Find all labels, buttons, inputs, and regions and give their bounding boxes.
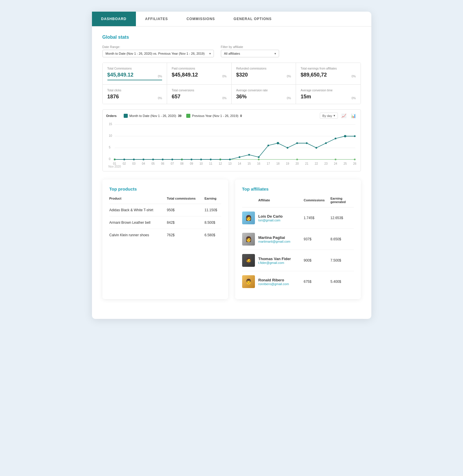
chart-section: Orders Month to Date (Nov 1 - 26, 2020) … bbox=[102, 109, 361, 171]
x-label-12: 12 bbox=[219, 162, 222, 165]
x-label-06: 06 bbox=[161, 162, 164, 165]
affiliate-earning: 5.400$ bbox=[331, 280, 354, 284]
top-products-panel: Top products Product Total commissions E… bbox=[102, 180, 228, 299]
col-affiliate: Affiliate bbox=[258, 198, 300, 202]
affiliate-email[interactable]: t.fider@gmail.com bbox=[258, 261, 300, 264]
date-range-select-wrapper[interactable]: Month to Date (Nov 1 - 26, 2020) vs. Pre… bbox=[102, 50, 214, 57]
prev-point-8 bbox=[181, 159, 183, 160]
affiliates-list: 👩 Lois De Carlo lori@gmail.com 1.745$ 12… bbox=[242, 207, 354, 292]
affiliate-earning: 8.650$ bbox=[331, 237, 354, 241]
data-point-6 bbox=[162, 159, 164, 160]
top-products-title: Top products bbox=[109, 187, 221, 191]
tab-affiliates[interactable]: AFFILIATES bbox=[136, 12, 177, 26]
table-row: Calvin Klein runner shoes 762$ 6.580$ bbox=[109, 229, 221, 241]
product-name: Adidas Black & White T-shirt bbox=[109, 204, 167, 216]
top-affiliates-panel: Top affiliates Affiliate Commissions Ear… bbox=[235, 180, 361, 299]
avatar: 👨 bbox=[242, 275, 255, 288]
product-earning: 6.580$ bbox=[205, 229, 221, 241]
x-label-22: 22 bbox=[315, 162, 318, 165]
prev-point-1 bbox=[114, 159, 116, 160]
legend-blue-checkbox bbox=[124, 114, 128, 118]
x-label-25: 25 bbox=[343, 162, 347, 165]
legend-current-label: Month to Date (Nov 1 - 26, 2020) bbox=[130, 114, 176, 118]
by-day-button[interactable]: By day ▾ bbox=[320, 113, 338, 119]
tab-general-options[interactable]: GENERAL OPTIONS bbox=[224, 12, 281, 26]
data-point-9 bbox=[191, 159, 192, 160]
bar-chart-icon-button[interactable]: 📊 bbox=[350, 113, 357, 119]
x-label-08: 08 bbox=[180, 162, 184, 165]
date-range-select[interactable]: Month to Date (Nov 1 - 26, 2020) vs. Pre… bbox=[102, 50, 214, 57]
main-content: Global stats Date Range: Month to Date (… bbox=[92, 26, 371, 307]
tab-dashboard[interactable]: DASHBOARD bbox=[92, 12, 136, 26]
x-label-23: 23 bbox=[324, 162, 328, 165]
affiliate-email[interactable]: lori@gmail.com bbox=[258, 219, 300, 222]
chart-svg-container: 15 10 5 0 bbox=[103, 121, 361, 171]
affiliate-select[interactable]: All affiliates bbox=[221, 50, 279, 57]
data-point-10 bbox=[200, 159, 202, 160]
affiliate-commissions: 1.745$ bbox=[304, 216, 327, 220]
data-point-7 bbox=[171, 159, 173, 160]
y-label-0: 0 bbox=[109, 157, 111, 161]
data-point-2 bbox=[123, 159, 125, 160]
data-point-23 bbox=[325, 142, 327, 144]
tab-commissions[interactable]: COMMISSIONS bbox=[177, 12, 224, 26]
table-row: Armani Brown Leather bell 842$ 8.500$ bbox=[109, 216, 221, 229]
x-label-17: 17 bbox=[267, 162, 270, 165]
y-label-15: 15 bbox=[109, 122, 112, 126]
product-commissions: 842$ bbox=[167, 216, 204, 229]
orders-chart: 15 10 5 0 bbox=[106, 121, 357, 168]
stat-total-earnings: Total earnings from affiliates $89,650,7… bbox=[296, 63, 361, 85]
data-point-19 bbox=[287, 147, 288, 149]
affiliate-name: Ronald Ribero bbox=[258, 278, 300, 282]
x-label-03: 03 bbox=[132, 162, 136, 165]
affiliate-row: 👨 Ronald Ribero ronribero@gmail.com 675$… bbox=[242, 271, 354, 292]
chart-controls: By day ▾ 📈 📊 bbox=[320, 113, 357, 119]
stat-total-conversions: Total conversions 657 0% bbox=[167, 85, 232, 104]
data-point-18 bbox=[277, 142, 279, 144]
x-label-05: 05 bbox=[151, 162, 155, 165]
data-point-21 bbox=[306, 142, 308, 144]
x-label-09: 09 bbox=[190, 162, 193, 165]
x-label-07: 07 bbox=[171, 162, 174, 165]
x-label-21: 21 bbox=[305, 162, 308, 165]
x-label-16: 16 bbox=[257, 162, 260, 165]
x-label-13: 13 bbox=[228, 162, 232, 165]
affiliate-filter: Filter by affiliate All affiliates bbox=[221, 45, 279, 57]
orders-label: Orders bbox=[106, 114, 117, 118]
legend-current-count: 39 bbox=[178, 114, 181, 118]
prev-point-12 bbox=[219, 159, 221, 160]
line-chart-icon-button[interactable]: 📈 bbox=[340, 113, 347, 119]
x-label-15: 15 bbox=[247, 162, 251, 165]
x-label-10: 10 bbox=[199, 162, 203, 165]
product-earning: 11.150$ bbox=[205, 204, 221, 216]
stat-refunded-commissions: Refunded commissions $320 0% bbox=[232, 63, 296, 85]
stat-total-clicks: Total clicks 1876 0% bbox=[103, 85, 167, 104]
data-point-25 bbox=[344, 135, 346, 137]
data-point-16 bbox=[258, 156, 260, 158]
data-point-13 bbox=[229, 159, 231, 160]
y-label-10: 10 bbox=[109, 134, 112, 137]
products-table: Product Total commissions Earning Adidas… bbox=[109, 197, 221, 241]
data-point-20 bbox=[296, 142, 298, 144]
product-commissions: 950$ bbox=[167, 204, 204, 216]
global-stats-title: Global stats bbox=[102, 35, 361, 40]
x-label-04: 04 bbox=[142, 162, 145, 165]
affiliate-name: Thomas Van Fider bbox=[258, 257, 300, 261]
affiliate-filter-label: Filter by affiliate bbox=[221, 45, 279, 49]
affiliate-commissions: 937$ bbox=[304, 237, 327, 241]
affiliate-email[interactable]: martimarti@gmail.com bbox=[258, 240, 300, 243]
affiliate-earning: 7.500$ bbox=[331, 258, 354, 262]
affiliate-row: 👩 Martina Pagliai martimarti@gmail.com 9… bbox=[242, 229, 354, 250]
x-label-11: 11 bbox=[209, 162, 212, 165]
affiliate-email[interactable]: ronribero@gmail.com bbox=[258, 282, 300, 286]
tab-bar: DASHBOARD AFFILIATES COMMISSIONS GENERAL… bbox=[92, 12, 371, 26]
affiliate-select-wrapper[interactable]: All affiliates bbox=[221, 50, 279, 57]
affiliate-commissions: 675$ bbox=[304, 280, 327, 284]
prev-point-16 bbox=[258, 159, 260, 160]
affiliate-commissions: 900$ bbox=[304, 258, 327, 262]
col-total-commissions: Total commissions bbox=[167, 197, 204, 204]
legend-current: Month to Date (Nov 1 - 26, 2020) 39 bbox=[124, 114, 182, 118]
data-point-15 bbox=[248, 154, 250, 156]
col-product: Product bbox=[109, 197, 167, 204]
avatar: 🧔 bbox=[242, 254, 255, 267]
